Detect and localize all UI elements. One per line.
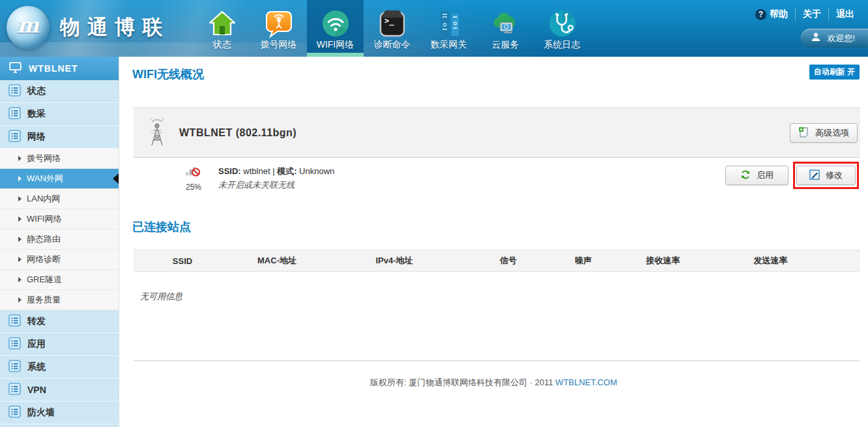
- refresh-icon: [740, 169, 751, 182]
- sidebar-item-gre-tunnel[interactable]: GRE隧道: [0, 270, 119, 290]
- chevron-right-icon: [18, 156, 22, 161]
- sidebar-item-forwarding[interactable]: 转发: [0, 310, 119, 333]
- terminal-icon: >_: [379, 7, 406, 38]
- sidebar-item-network-diagnosis[interactable]: 网络诊断: [0, 250, 119, 270]
- advanced-options-button[interactable]: 高级选项: [790, 123, 858, 143]
- antenna-icon: [144, 118, 170, 151]
- wifi-overview-panel: WTBLNET (802.11bgn) 高级选项: [134, 108, 860, 202]
- globe-logo-icon: m: [7, 6, 50, 49]
- chevron-right-icon: [18, 176, 22, 181]
- home-icon: [208, 7, 237, 38]
- network-title: WTBLNET (802.11bgn): [179, 127, 297, 139]
- sidebar-item-qos[interactable]: 服务质量: [0, 290, 119, 310]
- modify-button[interactable]: 修改: [796, 166, 856, 185]
- stations-table-header: SSID MAC-地址 IPv4-地址 信号 噪声 接收速率 发送速率: [134, 250, 860, 272]
- cloud-icon: [491, 7, 521, 38]
- tab-system-log[interactable]: 系统日志: [534, 0, 590, 57]
- column-tx-rate: 发送速率: [710, 255, 831, 267]
- main-content: WIFI无线概况 自动刷新 开 WTBLNET (802.11bgn) 高级选项: [119, 57, 868, 427]
- wireless-status-note: 未开启或未关联无线: [218, 179, 295, 191]
- user-icon: [811, 32, 821, 44]
- ssid-mode-line: SSID: wtblnet | 模式: Unknown: [218, 166, 334, 177]
- stethoscope-icon: [548, 7, 577, 38]
- chevron-right-icon: [18, 216, 22, 222]
- sidebar-device-title[interactable]: WTBLNET: [0, 57, 119, 80]
- sidebar-item-vpn[interactable]: VPN: [0, 379, 119, 402]
- tab-status[interactable]: 状态: [194, 0, 250, 57]
- wifi-icon: [321, 7, 350, 38]
- tab-wifi-network[interactable]: WIFI网络: [307, 0, 364, 57]
- welcome-pill[interactable]: 欢迎您!: [801, 29, 868, 48]
- chevron-right-icon: [18, 277, 22, 282]
- tab-dialup-network[interactable]: 拨号网络: [250, 0, 307, 57]
- tab-diagnostic-commands[interactable]: >_ 诊断命令: [364, 0, 420, 57]
- tab-data-gateway[interactable]: 数采网关: [420, 0, 477, 57]
- logout-link[interactable]: 退出: [828, 8, 861, 20]
- list-icon: [8, 130, 21, 144]
- sidebar-item-status[interactable]: 状态: [0, 80, 119, 103]
- list-icon: [8, 337, 21, 351]
- list-icon: [8, 314, 21, 329]
- monitor-icon: [9, 62, 22, 75]
- wifi-panel-body: 25% SSID: wtblnet | 模式: Unknown 未开启或未关联无…: [134, 158, 860, 202]
- about-link[interactable]: 关于: [795, 8, 828, 20]
- auto-refresh-toggle[interactable]: 自动刷新 开: [809, 65, 860, 80]
- empty-table-message: 无可用信息: [140, 291, 182, 302]
- sidebar-item-dialup-network[interactable]: 拨号网络: [0, 149, 119, 169]
- chevron-right-icon: [18, 196, 22, 201]
- gateway-icon: [435, 7, 463, 38]
- chevron-right-icon: [18, 257, 22, 262]
- brand-logo: m 物通博联: [7, 6, 169, 49]
- signal-blocked-icon: [185, 169, 202, 180]
- sidebar-item-firewall[interactable]: 防火墙: [0, 402, 119, 424]
- connected-stations-title: 已连接站点: [132, 219, 191, 235]
- sidebar-item-lan[interactable]: LAN内网: [0, 189, 119, 209]
- sidebar-item-network[interactable]: 网络: [0, 126, 119, 149]
- help-link[interactable]: ? 帮助: [748, 8, 795, 20]
- svg-text:>_: >_: [384, 16, 394, 26]
- help-icon: ?: [755, 9, 766, 20]
- footer: 版权所有: 厦门物通博联网络科技有限公司 · 2011 WTBLNET.COM: [119, 377, 868, 389]
- list-icon: [8, 360, 21, 374]
- sidebar: WTBLNET 状态 数采 网络 拨号网络 WAN外网 LAN内网 WIFI网络…: [0, 57, 119, 427]
- column-ipv4: IPv4-地址: [323, 255, 466, 267]
- main-nav: 状态 拨号网络: [194, 0, 590, 57]
- column-mac: MAC-地址: [231, 255, 323, 267]
- top-bar: m 物通博联 状态 拨号网络: [0, 0, 868, 57]
- column-signal: 信号: [466, 255, 551, 267]
- signal-percent: 25%: [179, 183, 208, 192]
- chevron-right-icon: [18, 237, 22, 242]
- page-title: WIFI无线概况: [132, 66, 204, 82]
- note-add-icon: [798, 126, 809, 140]
- footer-link[interactable]: WTBLNET.COM: [555, 377, 617, 387]
- welcome-text: 欢迎您!: [827, 33, 855, 44]
- list-icon: [8, 84, 21, 98]
- footer-divider: [134, 361, 860, 361]
- edit-icon: [809, 169, 820, 182]
- sidebar-item-static-route[interactable]: 静态路由: [0, 229, 119, 250]
- wifi-panel-header: WTBLNET (802.11bgn) 高级选项: [134, 108, 860, 158]
- sidebar-item-applications[interactable]: 应用: [0, 333, 119, 356]
- column-ssid: SSID: [134, 256, 231, 266]
- tab-cloud-service[interactable]: 云服务: [477, 0, 534, 57]
- column-rx-rate: 接收速率: [616, 255, 710, 267]
- sidebar-item-system[interactable]: 系统: [0, 356, 119, 379]
- list-icon: [8, 405, 21, 420]
- list-icon: [8, 107, 21, 121]
- chevron-right-icon: [18, 297, 22, 302]
- column-noise: 噪声: [551, 255, 616, 267]
- list-icon: [8, 383, 21, 397]
- enable-button[interactable]: 启用: [725, 166, 788, 185]
- signal-indicator: 25%: [179, 164, 208, 192]
- utility-links: ? 帮助 关于 退出: [748, 8, 861, 20]
- sidebar-item-wan[interactable]: WAN外网: [0, 169, 119, 189]
- sidebar-item-data-collection[interactable]: 数采: [0, 103, 119, 126]
- sidebar-item-wifi-network[interactable]: WIFI网络: [0, 209, 119, 229]
- dialup-icon: [265, 7, 293, 38]
- brand-name: 物通博联: [60, 14, 169, 41]
- copyright-text: 版权所有: 厦门物通博联网络科技有限公司 · 2011: [370, 377, 555, 387]
